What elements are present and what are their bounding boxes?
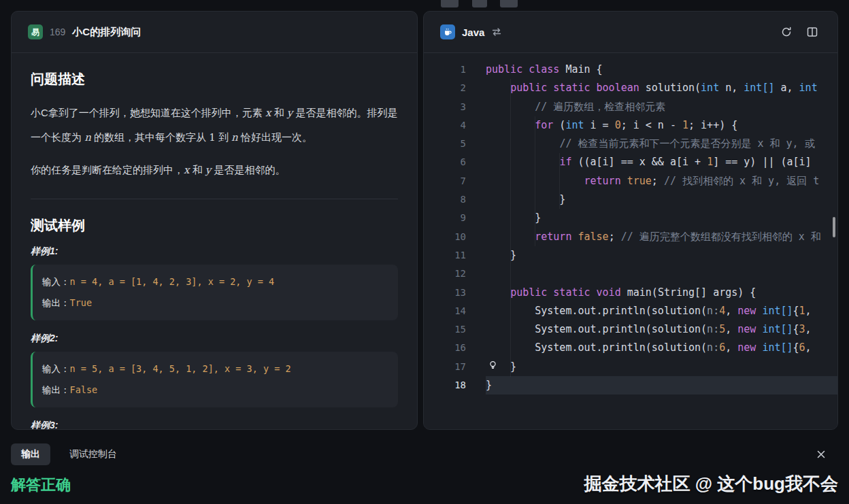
editor-panel: Java 1public <box>423 11 838 430</box>
problem-content: 问题描述 小C拿到了一个排列，她想知道在这个排列中，元素 x 和 y 是否是相邻… <box>12 53 417 430</box>
code-line[interactable]: 2 public static boolean solution(int n, … <box>424 79 837 97</box>
line-number: 4 <box>424 116 466 135</box>
indent-guide <box>535 116 535 246</box>
language-switch-icon[interactable] <box>491 27 502 37</box>
result-status: 解答正确 <box>11 475 71 495</box>
watermark: 掘金技术社区 @ 这个bug我不会 <box>584 472 838 496</box>
line-number: 16 <box>424 339 466 357</box>
line-number: 12 <box>424 265 466 283</box>
code-line[interactable]: 3 // 遍历数组，检查相邻元素 <box>424 98 837 116</box>
code-line[interactable]: 1public class Main { <box>424 61 837 79</box>
problem-id: 169 <box>50 27 65 37</box>
code-lines: 1public class Main {2 public static bool… <box>424 61 837 394</box>
tab-output[interactable]: 输出 <box>11 443 50 465</box>
sample-code-block: 输入：n = 5, a = [3, 4, 5, 1, 2], x = 3, y … <box>31 352 398 407</box>
line-number: 13 <box>424 284 466 302</box>
line-number: 5 <box>424 135 466 153</box>
problem-title: 小C的排列询问 <box>72 26 141 39</box>
divider <box>31 199 398 199</box>
line-number: 3 <box>424 98 466 116</box>
split-view-icon[interactable] <box>806 26 818 38</box>
description-paragraph: 你的任务是判断在给定的排列中，x 和 y 是否是相邻的。 <box>31 158 398 182</box>
line-number: 1 <box>424 61 466 79</box>
code-line[interactable]: 18} <box>424 376 837 394</box>
code-editor[interactable]: 1public class Main {2 public static bool… <box>424 54 837 429</box>
browser-fragment <box>472 0 487 7</box>
language-label: Java <box>462 27 484 38</box>
refresh-icon[interactable] <box>780 26 793 38</box>
description-paragraph: 小C拿到了一个排列，她想知道在这个排列中，元素 x 和 y 是否是相邻的。排列是… <box>31 101 398 150</box>
code-line[interactable]: 11 } <box>424 246 837 265</box>
sample-code-block: 输入：n = 4, a = [1, 4, 2, 3], x = 2, y = 4… <box>31 265 398 320</box>
browser-fragment <box>441 0 459 7</box>
line-number: 9 <box>424 209 466 227</box>
indent-guide <box>559 153 560 209</box>
indent-guide <box>510 79 511 377</box>
code-line[interactable]: 6 if ((a[i] == x && a[i + 1] == y) || (a… <box>424 153 837 171</box>
code-line[interactable]: 17 } <box>424 358 837 376</box>
code-line[interactable]: 4 for (int i = 0; i < n - 1; i++) { <box>424 116 837 135</box>
line-number: 10 <box>424 228 466 246</box>
line-number: 17 <box>424 358 466 376</box>
line-number: 18 <box>424 376 466 394</box>
code-line[interactable]: 14 System.out.println(solution(n:4, new … <box>424 302 837 320</box>
code-line[interactable]: 9 } <box>424 209 837 227</box>
sample-label: 样例2: <box>31 331 398 345</box>
console-panel: 输出 调试控制台 解答正确 掘金技术社区 @ 这个bug我不会 <box>0 441 849 504</box>
editor-scrollbar[interactable] <box>833 217 835 237</box>
lightbulb-icon[interactable] <box>488 360 498 370</box>
difficulty-badge: 易 <box>28 24 43 39</box>
line-number: 2 <box>424 79 466 97</box>
java-logo-icon <box>440 24 455 39</box>
description-heading: 问题描述 <box>31 69 398 88</box>
problem-header: 易 169 小C的排列询问 <box>12 12 417 53</box>
sample-label: 样例1: <box>31 244 398 258</box>
samples-heading: 测试样例 <box>31 216 398 235</box>
line-number: 6 <box>424 153 466 171</box>
code-line[interactable]: 10 return false; // 遍历完整个数组都没有找到相邻的 x 和 <box>424 228 837 246</box>
line-number: 7 <box>424 172 466 190</box>
samples-list: 样例1:输入：n = 4, a = [1, 4, 2, 3], x = 2, y… <box>31 244 398 430</box>
line-number: 11 <box>424 246 466 265</box>
line-number: 15 <box>424 320 466 339</box>
code-line[interactable]: 15 System.out.println(solution(n:5, new … <box>424 320 837 339</box>
code-line[interactable]: 7 return true; // 找到相邻的 x 和 y, 返回 t <box>424 172 837 190</box>
browser-fragment <box>500 0 518 7</box>
editor-header: Java <box>424 12 837 53</box>
problem-description: 小C拿到了一个排列，她想知道在这个排列中，元素 x 和 y 是否是相邻的。排列是… <box>31 101 398 182</box>
console-tabs: 输出 调试控制台 <box>11 442 838 467</box>
tab-debug-console[interactable]: 调试控制台 <box>69 448 117 460</box>
code-line[interactable]: 8 } <box>424 190 837 209</box>
sample-label: 样例3: <box>31 418 398 430</box>
close-icon[interactable] <box>816 450 826 459</box>
line-number: 14 <box>424 302 466 320</box>
code-line[interactable]: 16 System.out.println(solution(n:6, new … <box>424 339 837 357</box>
code-line[interactable]: 12 <box>424 265 837 283</box>
line-number: 8 <box>424 190 466 209</box>
problem-panel: 易 169 小C的排列询问 问题描述 小C拿到了一个排列，她想知道在这个排列中，… <box>11 11 418 430</box>
code-line[interactable]: 13 public static void main(String[] args… <box>424 284 837 302</box>
code-line[interactable]: 5 // 检查当前元素和下一个元素是否分别是 x 和 y, 或 <box>424 135 837 153</box>
